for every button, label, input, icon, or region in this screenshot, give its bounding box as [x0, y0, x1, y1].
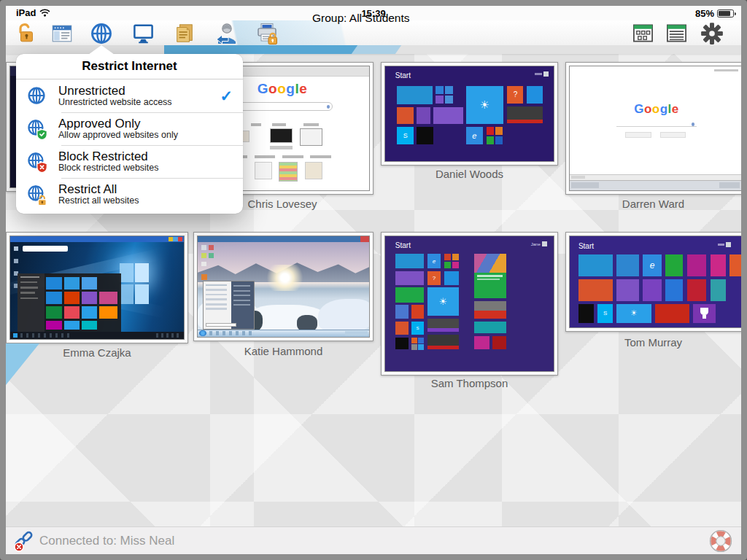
toolbar-bottom-band	[6, 45, 741, 54]
student-name: Tom Murray	[565, 336, 741, 349]
student-screen-preview[interactable]: Start e S ☀	[569, 236, 741, 328]
menu-item-restrict-all[interactable]: Restrict All Restrict all websites	[16, 178, 243, 211]
thumbnail-view-icon	[631, 22, 655, 44]
connection-link-icon	[12, 529, 36, 553]
unlock-button[interactable]	[13, 21, 39, 45]
app-window: iPad 15:39 85%	[0, 0, 747, 560]
list-view-icon	[665, 22, 689, 44]
google-logo: Google	[570, 102, 741, 117]
connection-status: Connected to: Miss Neal	[39, 534, 174, 548]
student-card-emma[interactable]	[6, 232, 188, 343]
student-name: Darren Ward	[565, 198, 741, 210]
student-card-tom[interactable]: Start e S ☀	[565, 232, 741, 332]
globe-lock-icon	[16, 184, 58, 206]
status-footer: Connected to: Miss Neal	[6, 526, 741, 554]
browser-window-icon	[50, 23, 74, 44]
globe-icon	[16, 85, 58, 107]
popover-title: Restrict Internet	[16, 54, 243, 79]
band-decoration	[164, 45, 357, 54]
browse-windows-button[interactable]	[49, 21, 75, 45]
student-name: Emma Czajka	[6, 346, 188, 359]
student-screen-preview[interactable]	[9, 236, 185, 340]
student-screen-preview[interactable]: Google	[569, 66, 741, 191]
screen-control-button[interactable]	[130, 21, 156, 45]
restrict-internet-popover: Restrict Internet Unrestricted Unrestric…	[16, 54, 243, 214]
band-decoration-light	[352, 45, 401, 54]
student-name: Daniel Woods	[381, 168, 558, 180]
student-card-katie[interactable]	[193, 232, 374, 341]
student-actions-button[interactable]	[213, 21, 239, 45]
weather-tile: ☀	[466, 86, 503, 124]
help-lifebuoy-button[interactable]	[708, 528, 734, 554]
unlock-icon	[15, 23, 37, 44]
battery-percent: 85%	[695, 8, 714, 19]
settings-button[interactable]	[699, 21, 725, 45]
checkmark-icon: ✓	[220, 88, 243, 105]
group-label: Group: All Students	[312, 12, 410, 25]
menu-item-approved-only[interactable]: Approved Only Allow approved websites on…	[16, 112, 243, 145]
menu-item-block-restricted[interactable]: Block Restricted Block restricted websit…	[16, 145, 243, 178]
documents-button[interactable]	[171, 21, 198, 45]
battery-icon	[717, 9, 734, 18]
settings-gear-icon	[699, 21, 725, 46]
classroom-monitor-screen: iPad 15:39 85%	[6, 6, 741, 554]
print-restrict-button[interactable]	[254, 21, 280, 45]
student-screen-preview[interactable]: Start ☀ ? S e	[384, 66, 554, 162]
student-name: Katie Hammond	[193, 345, 374, 357]
monitor-icon	[131, 22, 155, 44]
student-card-sam[interactable]: Start Jane e ? ☀ S	[381, 232, 558, 376]
globe-internet-icon	[89, 21, 114, 46]
thumbnail-view-button[interactable]	[630, 21, 656, 45]
student-card-darren[interactable]: Google	[565, 62, 741, 195]
printer-lock-icon	[255, 22, 279, 45]
student-name: Sam Thompson	[381, 377, 558, 389]
student-card-daniel[interactable]: Start ☀ ? S e	[381, 62, 558, 166]
student-icon	[214, 22, 239, 45]
documents-icon	[174, 23, 196, 44]
student-screen-preview[interactable]: Start Jane e ? ☀ S	[384, 236, 554, 372]
list-view-button[interactable]	[663, 21, 689, 45]
globe-shield-x-icon	[16, 151, 58, 173]
globe-shield-check-icon	[16, 118, 58, 140]
popover-arrow	[88, 45, 115, 55]
student-screen-preview[interactable]	[197, 236, 370, 338]
restrict-internet-button[interactable]	[88, 21, 115, 45]
menu-item-unrestricted[interactable]: Unrestricted Unrestricted website access…	[16, 79, 243, 112]
